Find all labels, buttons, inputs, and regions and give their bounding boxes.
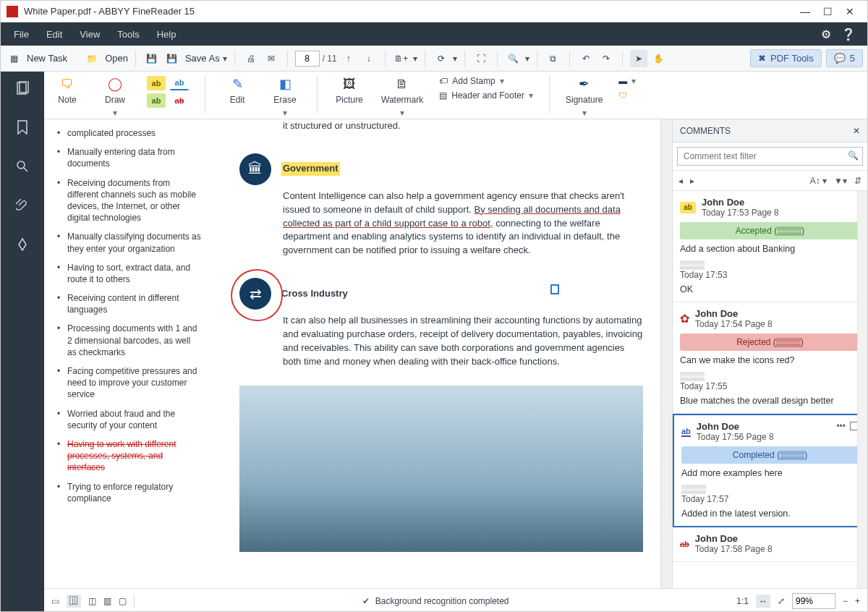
signatures-icon[interactable] bbox=[8, 232, 37, 257]
redact-tool[interactable]: ▬▾ bbox=[618, 76, 636, 86]
next-comment-icon[interactable]: ▸ bbox=[690, 176, 694, 186]
new-task-icon[interactable]: ▦ bbox=[5, 50, 22, 67]
single-page-view-icon[interactable]: ▭ bbox=[51, 596, 59, 606]
folder-icon[interactable]: 📁 bbox=[83, 50, 101, 67]
note-tool[interactable]: 🗨Note bbox=[51, 76, 83, 105]
zoom-select[interactable] bbox=[792, 593, 835, 609]
chevron-down-icon[interactable]: ▾ bbox=[400, 108, 404, 118]
attachments-icon[interactable] bbox=[8, 193, 37, 218]
protect-tool[interactable]: 🛡 bbox=[618, 90, 636, 101]
save-as-button[interactable]: Save As bbox=[185, 53, 220, 64]
comments-nav: ◂ ▸ A↕ ▾ ▼▾ ⇵ bbox=[673, 171, 867, 191]
book-view-icon[interactable]: ▥ bbox=[103, 596, 111, 606]
left-sidebar bbox=[1, 72, 44, 612]
watermark-tool[interactable]: 🗎Watermark▾ bbox=[381, 76, 423, 118]
menu-edit[interactable]: Edit bbox=[38, 29, 71, 40]
erase-tool[interactable]: ◧Erase▾ bbox=[269, 76, 301, 118]
new-task-button[interactable]: New Task bbox=[27, 53, 67, 64]
settings-icon[interactable]: ⚙ bbox=[821, 27, 831, 41]
select-tool-icon[interactable]: ➤ bbox=[630, 50, 647, 67]
list-item: Manually classifying documents as they e… bbox=[60, 227, 202, 258]
comments-count-button[interactable]: 💬5 bbox=[826, 49, 863, 67]
save-as-icon[interactable]: 💾 bbox=[163, 50, 181, 67]
comments-title: COMMENTS bbox=[680, 126, 731, 136]
page-number-input[interactable] bbox=[295, 51, 320, 67]
pdf-tools-button[interactable]: ✖PDF Tools bbox=[750, 49, 822, 67]
minimize-button[interactable]: — bbox=[800, 6, 810, 17]
chevron-down-icon[interactable]: ▾ bbox=[529, 90, 533, 101]
list-item: Having to work with different processes,… bbox=[60, 435, 202, 477]
highlight-green-tool[interactable]: ab bbox=[147, 93, 166, 108]
search-page-dropdown-icon[interactable]: ▾ bbox=[525, 54, 529, 64]
picture-tool[interactable]: 🖼Picture bbox=[333, 76, 365, 105]
undo-icon[interactable]: ↶ bbox=[577, 50, 595, 67]
zoom-out-icon[interactable]: − bbox=[843, 596, 848, 606]
hand-tool-icon[interactable]: ✋ bbox=[650, 50, 668, 67]
continuous-view-icon[interactable]: ⿲ bbox=[67, 595, 81, 608]
pages-panel-icon[interactable] bbox=[8, 76, 37, 101]
zoom-in-icon[interactable]: + bbox=[855, 596, 860, 606]
compare-icon[interactable]: ⧉ bbox=[545, 50, 562, 67]
collapse-icon[interactable]: ⇵ bbox=[854, 176, 861, 186]
check-icon: ✔ bbox=[362, 596, 370, 606]
fit-width-icon[interactable]: ↔ bbox=[756, 595, 770, 608]
two-page-view-icon[interactable]: ◫ bbox=[88, 596, 96, 606]
close-button[interactable]: ✕ bbox=[846, 6, 854, 17]
underline-tool[interactable]: ab bbox=[170, 76, 189, 90]
rotate-dropdown-icon[interactable]: ▾ bbox=[453, 54, 457, 64]
header-footer-tool[interactable]: ▤Header and Footer▾ bbox=[439, 90, 533, 101]
email-icon[interactable]: ✉ bbox=[263, 50, 280, 67]
search-page-icon[interactable]: 🔍 bbox=[505, 50, 522, 67]
draw-tool[interactable]: ◯Draw▾ bbox=[99, 76, 131, 118]
comment-item[interactable]: abJohn DoeToday 17:58 Page 8 bbox=[673, 527, 867, 562]
bookmarks-icon[interactable] bbox=[8, 115, 37, 140]
help-icon[interactable]: ❔ bbox=[841, 27, 856, 41]
chevron-down-icon[interactable]: ▾ bbox=[500, 76, 504, 86]
close-icon[interactable]: ✕ bbox=[853, 126, 860, 136]
menu-view[interactable]: View bbox=[71, 29, 109, 40]
chevron-down-icon[interactable]: ▾ bbox=[582, 108, 587, 118]
fullscreen-icon[interactable]: ▢ bbox=[119, 596, 127, 606]
edit-text-tool[interactable]: ✎Edit bbox=[221, 76, 253, 105]
status-badge: Completed (▒▒▒▒) bbox=[681, 446, 859, 464]
menu-file[interactable]: File bbox=[5, 29, 38, 40]
filter-icon[interactable]: ▼▾ bbox=[834, 176, 847, 186]
strikethrough-tool[interactable]: ab bbox=[170, 93, 189, 108]
menu-tools[interactable]: Tools bbox=[109, 29, 148, 40]
actual-size-icon[interactable]: 1:1 bbox=[736, 596, 749, 606]
menu-help[interactable]: Help bbox=[148, 29, 185, 40]
save-icon[interactable]: 💾 bbox=[143, 50, 161, 67]
highlight-badge-icon: ab bbox=[680, 202, 696, 213]
sort-icon[interactable]: A↕ ▾ bbox=[810, 176, 827, 186]
comment-item[interactable]: abJohn DoeToday 17:53 Page 8 Accepted (▒… bbox=[673, 191, 867, 302]
rotate-icon[interactable]: ⟳ bbox=[433, 50, 450, 67]
signature-tool[interactable]: ✒Signature▾ bbox=[566, 76, 603, 118]
highlight-yellow-tool[interactable]: ab bbox=[147, 76, 166, 90]
fit-page-icon[interactable]: ⤢ bbox=[778, 596, 785, 606]
prev-comment-icon[interactable]: ◂ bbox=[678, 176, 683, 186]
chevron-down-icon[interactable]: ▾ bbox=[113, 108, 117, 118]
maximize-button[interactable]: ☐ bbox=[823, 6, 833, 17]
more-icon[interactable]: ••• bbox=[836, 421, 846, 431]
page-down-icon[interactable]: ↓ bbox=[360, 50, 378, 67]
chevron-down-icon[interactable]: ▾ bbox=[631, 76, 636, 86]
chevron-down-icon[interactable]: ▾ bbox=[283, 108, 287, 118]
add-page-icon[interactable]: 🗎+ bbox=[393, 50, 410, 67]
search-icon[interactable]: 🔍 bbox=[848, 150, 859, 161]
comment-filter-input[interactable] bbox=[677, 147, 863, 166]
page-up-icon[interactable]: ↑ bbox=[340, 50, 357, 67]
comment-item[interactable]: ••• abJohn DoeToday 17:56 Page 8 Complet… bbox=[673, 414, 867, 527]
crop-icon[interactable]: ⛶ bbox=[472, 50, 490, 67]
search-icon[interactable] bbox=[8, 154, 37, 179]
insert-marker-icon[interactable] bbox=[550, 284, 559, 294]
document-page[interactable]: it structured or unstructured. 🏛 Governm… bbox=[210, 119, 672, 588]
vertical-scrollbar[interactable] bbox=[857, 191, 867, 588]
add-page-dropdown-icon[interactable]: ▾ bbox=[413, 54, 417, 64]
save-as-dropdown-icon[interactable]: ▾ bbox=[223, 54, 227, 64]
comment-item[interactable]: ✿John DoeToday 17:54 Page 8 Rejected (▒▒… bbox=[673, 302, 867, 414]
add-stamp-tool[interactable]: 🏷Add Stamp▾ bbox=[439, 76, 533, 86]
print-icon[interactable]: 🖨 bbox=[242, 50, 260, 67]
redo-icon[interactable]: ↷ bbox=[597, 50, 615, 67]
open-button[interactable]: Open bbox=[105, 53, 128, 64]
vertical-scrollbar[interactable] bbox=[660, 119, 672, 588]
